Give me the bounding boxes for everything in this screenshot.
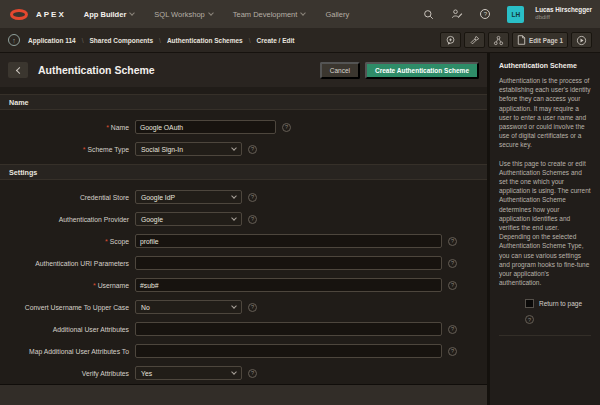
map-additional-user-attributes-input[interactable] [135, 344, 442, 358]
help-icon[interactable]: ? [248, 215, 257, 224]
feedback-button[interactable] [440, 32, 461, 48]
workspace-name: dbdiff [535, 14, 592, 22]
menu-gallery[interactable]: Gallery [325, 10, 349, 19]
breadcrumb-separator: \ [82, 37, 84, 44]
help-icon[interactable]: ? [248, 145, 257, 154]
menu-app-builder[interactable]: App Builder [84, 10, 135, 19]
breadcrumb-separator: \ [249, 37, 251, 44]
field-label: *Scope [0, 238, 135, 245]
required-marker: * [83, 146, 86, 153]
admin-user-edit-icon[interactable] [451, 8, 463, 20]
scope-input[interactable]: profile [135, 234, 442, 248]
page-title-bar: Authentication Scheme Cancel Create Auth… [0, 53, 487, 87]
edit-page-label: Edit Page 1 [529, 37, 563, 44]
field-label: Additional User Attributes [0, 326, 135, 333]
breadcrumb-authentication-schemes[interactable]: Authentication Schemes [167, 37, 243, 44]
field-label: Authentication Provider [0, 216, 135, 223]
required-marker: * [106, 124, 109, 131]
breadcrumb: Application 114 \ Shared Components \ Au… [28, 37, 294, 44]
chevron-down-icon [129, 10, 135, 16]
help-icon[interactable]: ? [480, 9, 490, 19]
back-button[interactable] [8, 62, 28, 78]
search-icon[interactable] [423, 9, 434, 20]
chevron-down-icon [231, 145, 237, 151]
field-row-credential-store: Credential Store Google IdP ? [0, 186, 487, 208]
help-icon[interactable]: ? [248, 193, 257, 202]
breadcrumb-shared-components[interactable]: Shared Components [90, 37, 154, 44]
chevron-down-icon [301, 10, 307, 16]
help-icon[interactable]: ? [248, 369, 257, 378]
scheme-type-select[interactable]: Social Sign-In [135, 142, 242, 156]
app-header: APEX App Builder SQL Workshop Team Devel… [0, 0, 600, 28]
help-icon[interactable]: ? [525, 315, 534, 324]
field-value: Yes [141, 370, 152, 377]
apex-brand: APEX [36, 10, 66, 19]
field-value: profile [140, 238, 159, 245]
return-to-page-checkbox[interactable] [525, 299, 534, 308]
breadcrumb-separator: \ [159, 37, 161, 44]
field-value: Google OAuth [140, 124, 183, 131]
field-value: #sub# [140, 282, 159, 289]
help-icon[interactable]: ? [448, 325, 457, 334]
field-row-authentication-provider: Authentication Provider Google ? [0, 208, 487, 230]
form-body: Name *Name Google OAuth ? *Scheme Type S… [0, 87, 487, 384]
main-menu: App Builder SQL Workshop Team Developmen… [84, 10, 349, 19]
field-label: Credential Store [0, 194, 135, 201]
required-marker: * [105, 238, 108, 245]
menu-label: Team Development [233, 10, 298, 19]
field-row-map-additional-user-attributes: Map Additional User Attributes To ? [0, 340, 487, 362]
username-input[interactable]: #sub# [135, 278, 442, 292]
breadcrumb-application[interactable]: Application 114 [28, 37, 76, 44]
field-label: *Name [0, 124, 135, 131]
verify-attributes-select[interactable]: Yes [135, 366, 242, 380]
menu-team-development[interactable]: Team Development [233, 10, 306, 19]
required-marker: * [93, 282, 96, 289]
menu-label: SQL Workshop [154, 10, 204, 19]
field-value: No [141, 304, 150, 311]
credential-store-select[interactable]: Google IdP [135, 190, 242, 204]
field-label: Authentication URI Parameters [0, 260, 135, 267]
field-row-username: *Username #sub# ? [0, 274, 487, 296]
field-label: *Username [0, 282, 135, 289]
help-icon[interactable]: ? [448, 347, 457, 356]
flashlight-icon[interactable] [464, 32, 485, 48]
chevron-down-icon [231, 215, 237, 221]
menu-sql-workshop[interactable]: SQL Workshop [154, 10, 212, 19]
field-row-name: *Name Google OAuth ? [0, 116, 487, 138]
up-level-icon[interactable]: ↑ [8, 34, 20, 46]
field-row-authentication-uri-parameters: Authentication URI Parameters ? [0, 252, 487, 274]
field-row-verify-attributes: Verify Attributes Yes ? [0, 362, 487, 384]
user-info[interactable]: Lucas Hirschegger dbdiff [531, 6, 592, 21]
cancel-button[interactable]: Cancel [320, 62, 360, 79]
help-icon[interactable]: ? [448, 237, 457, 246]
avatar[interactable]: LH [507, 6, 524, 23]
help-icon[interactable]: ? [448, 281, 457, 290]
help-icon[interactable]: ? [448, 259, 457, 268]
page-title: Authentication Scheme [38, 64, 155, 76]
field-row-scope: *Scope profile ? [0, 230, 487, 252]
field-label: *Scheme Type [0, 146, 135, 153]
oracle-logo-icon [10, 9, 28, 20]
run-page-button[interactable] [571, 32, 592, 48]
breadcrumb-create-edit: Create / Edit [257, 37, 295, 44]
field-row-additional-user-attributes: Additional User Attributes ? [0, 318, 487, 340]
convert-username-select[interactable]: No [135, 300, 242, 314]
help-panel-title: Authentication Scheme [499, 62, 591, 69]
name-input[interactable]: Google OAuth [135, 120, 276, 134]
main-region: Authentication Scheme Cancel Create Auth… [0, 53, 490, 405]
additional-user-attributes-input[interactable] [135, 322, 442, 336]
help-icon[interactable]: ? [282, 123, 291, 132]
help-icon[interactable]: ? [248, 303, 257, 312]
field-label: Verify Attributes [0, 370, 135, 377]
chevron-down-icon [231, 369, 237, 375]
edit-page-button[interactable]: Edit Page 1 [512, 32, 568, 48]
help-paragraph: Use this page to create or edit Authenti… [499, 159, 591, 288]
user-name: Lucas Hirschegger [535, 6, 592, 14]
create-authentication-scheme-button[interactable]: Create Authentication Scheme [365, 62, 479, 79]
shared-components-icon[interactable] [488, 32, 509, 48]
field-row-scheme-type: *Scheme Type Social Sign-In ? [0, 138, 487, 160]
authentication-uri-parameters-input[interactable] [135, 256, 442, 270]
authentication-provider-select[interactable]: Google [135, 212, 242, 226]
chevron-down-icon [231, 303, 237, 309]
field-value: Social Sign-In [141, 146, 183, 153]
